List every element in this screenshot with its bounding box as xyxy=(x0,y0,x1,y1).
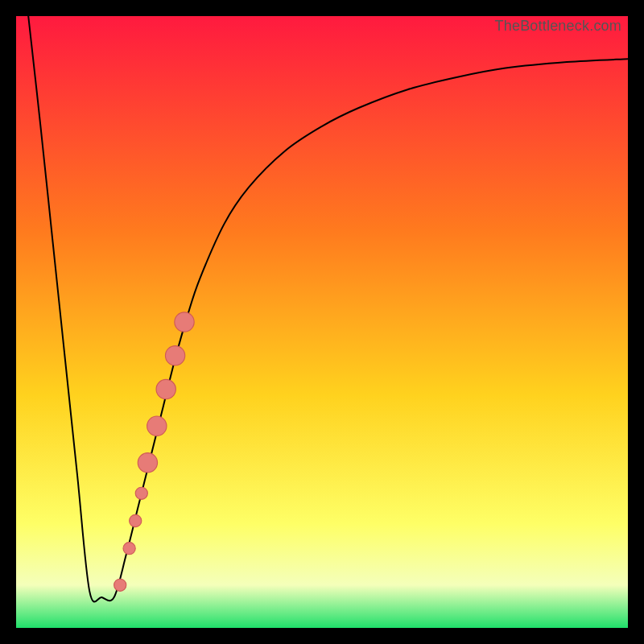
bottleneck-curve xyxy=(28,16,628,602)
cluster-start xyxy=(138,453,157,473)
cluster-point xyxy=(114,579,126,591)
cluster-mid-c xyxy=(165,346,184,365)
cluster-point xyxy=(135,487,147,499)
marker-cluster xyxy=(114,312,195,592)
curve-layer xyxy=(16,16,628,628)
cluster-end xyxy=(175,312,194,332)
cluster-point xyxy=(130,514,142,526)
cluster-mid-b xyxy=(156,379,175,398)
chart-frame: TheBottleneck.com xyxy=(0,0,644,644)
cluster-mid-a xyxy=(147,416,167,436)
cluster-point xyxy=(123,543,135,555)
curve-path xyxy=(28,16,628,602)
plot-area: TheBottleneck.com xyxy=(16,16,628,628)
